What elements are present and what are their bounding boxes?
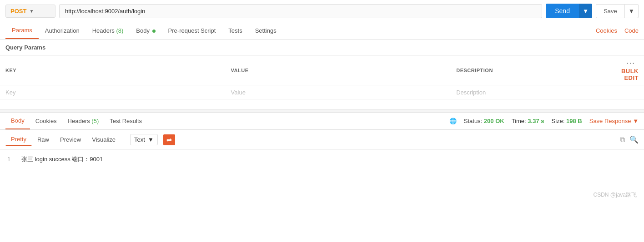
query-params-label: Query Params [0, 40, 644, 56]
top-bar: POST ▼ Send ▼ Save ▼ [0, 0, 644, 22]
size-value: 198 B [566, 118, 582, 124]
section-divider [0, 109, 644, 113]
table-row: Key Value Description [0, 85, 644, 100]
time-value: 3.37 s [528, 118, 544, 124]
format-type-selector[interactable]: Text ▼ [130, 134, 158, 145]
response-tab-body[interactable]: Body [5, 113, 30, 129]
value-cell[interactable]: Value [226, 85, 451, 100]
response-content: 1 张三 login success 端口：9001 [0, 150, 644, 169]
method-selector[interactable]: POST ▼ [5, 5, 55, 18]
actions-cell [612, 85, 644, 100]
response-action-icons: ⧉ 🔍 [620, 135, 639, 144]
tab-tests[interactable]: Tests [222, 23, 248, 39]
col-header-description: DESCRIPTION [451, 56, 612, 85]
response-text: 张三 login success 端口：9001 [21, 156, 103, 163]
tab-headers[interactable]: Headers (8) [86, 23, 130, 39]
tab-pre-request[interactable]: Pre-request Script [162, 23, 222, 39]
response-status-bar: 🌐 Status: 200 OK Time: 3.37 s Size: 198 … [449, 118, 639, 124]
format-tab-pretty[interactable]: Pretty [5, 133, 32, 146]
globe-icon[interactable]: 🌐 [449, 118, 457, 124]
status-label: Status: 200 OK [464, 118, 504, 124]
format-tab-preview[interactable]: Preview [55, 134, 86, 145]
send-dropdown-button[interactable]: ▼ [579, 4, 592, 18]
format-bar: Pretty Raw Preview Visualize Text ▼ ⇌ ⧉ … [0, 130, 644, 150]
response-tab-cookies[interactable]: Cookies [30, 113, 62, 129]
col-header-value: VALUE [226, 56, 451, 85]
copy-icon[interactable]: ⧉ [620, 136, 625, 144]
url-input[interactable] [59, 4, 542, 18]
col-header-actions: ··· Bulk Edit [612, 56, 644, 85]
key-cell[interactable]: Key [0, 85, 226, 100]
save-response-button[interactable]: Save Response ▼ [589, 118, 639, 124]
size-label: Size: 198 B [551, 118, 582, 124]
send-button[interactable]: Send [546, 4, 579, 18]
format-dropdown-icon: ▼ [148, 136, 154, 143]
response-tab-test-results[interactable]: Test Results [104, 113, 147, 129]
description-cell[interactable]: Description [451, 85, 612, 100]
time-label: Time: 3.37 s [512, 118, 544, 124]
line-number: 1 [7, 156, 10, 163]
wrap-button[interactable]: ⇌ [163, 134, 175, 145]
save-button[interactable]: Save [596, 4, 625, 18]
response-area: 1 张三 login success 端口：9001 CSDN @java路飞 [0, 150, 644, 204]
format-tab-visualize[interactable]: Visualize [86, 134, 121, 145]
tabs-right-links: Cookies Code [596, 27, 639, 34]
cookies-link[interactable]: Cookies [596, 27, 617, 34]
tab-settings[interactable]: Settings [249, 23, 283, 39]
tab-authorization[interactable]: Authorization [39, 23, 86, 39]
status-value: 200 OK [484, 118, 504, 124]
more-options-icon[interactable]: ··· [627, 59, 635, 67]
format-tab-raw[interactable]: Raw [32, 134, 55, 145]
tab-params[interactable]: Params [5, 22, 39, 39]
format-icons: ⇌ [163, 134, 175, 145]
watermark: CSDN @java路飞 [593, 191, 637, 199]
method-label: POST [10, 8, 26, 15]
search-icon[interactable]: 🔍 [629, 135, 639, 144]
col-header-key: KEY [0, 56, 226, 85]
query-params-table: KEY VALUE DESCRIPTION ··· Bulk Edit Key … [0, 56, 644, 100]
request-tabs-bar: Params Authorization Headers (8) Body Pr… [0, 22, 644, 40]
response-tab-headers[interactable]: Headers (5) [62, 113, 105, 129]
response-tabs-bar: Body Cookies Headers (5) Test Results 🌐 … [0, 113, 644, 130]
bulk-edit-button[interactable]: Bulk Edit [621, 68, 639, 81]
save-dropdown-button[interactable]: ▼ [625, 4, 639, 18]
tab-body[interactable]: Body [130, 23, 161, 39]
code-link[interactable]: Code [624, 27, 639, 34]
body-active-dot [152, 30, 156, 33]
method-chevron-icon: ▼ [29, 9, 34, 14]
